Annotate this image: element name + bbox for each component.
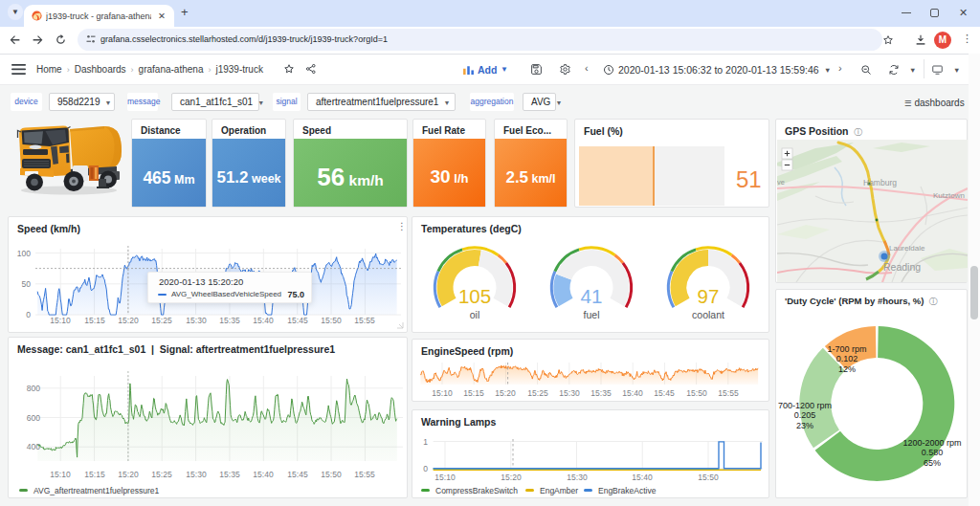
svg-text:15:10: 15:10 (50, 316, 71, 325)
svg-text:15:10: 15:10 (432, 388, 453, 398)
svg-text:fuel: fuel (584, 309, 600, 320)
svg-text:15:35: 15:35 (219, 470, 240, 479)
svg-text:15:55: 15:55 (354, 470, 375, 479)
svg-text:15:30: 15:30 (567, 473, 588, 482)
svg-text:15:25: 15:25 (151, 316, 172, 325)
svg-text:15:30: 15:30 (186, 316, 207, 325)
svg-text:15:20: 15:20 (118, 470, 139, 479)
svg-text:15:20: 15:20 (118, 316, 139, 325)
svg-text:15:25: 15:25 (527, 388, 548, 398)
svg-text:15:20: 15:20 (501, 473, 522, 482)
svg-text:15:55: 15:55 (354, 316, 375, 325)
svg-text:15:30: 15:30 (186, 470, 207, 479)
svg-text:15:15: 15:15 (84, 316, 105, 325)
svg-text:15:15: 15:15 (463, 388, 484, 398)
svg-text:15:35: 15:35 (590, 388, 612, 398)
svg-text:50: 50 (22, 279, 32, 289)
svg-text:15:10: 15:10 (434, 473, 456, 482)
svg-text:41: 41 (581, 285, 603, 307)
svg-text:0: 0 (423, 464, 428, 473)
svg-text:Hamburg: Hamburg (863, 178, 897, 187)
svg-text:15:40: 15:40 (253, 470, 274, 479)
svg-text:15:30: 15:30 (559, 388, 580, 398)
svg-text:15:40: 15:40 (622, 388, 643, 398)
svg-text:15:55: 15:55 (718, 388, 739, 398)
svg-text:Kutztown: Kutztown (933, 191, 965, 200)
svg-text:Reading: Reading (883, 261, 921, 273)
svg-text:ve: ve (777, 178, 785, 187)
svg-text:15:10: 15:10 (50, 470, 71, 479)
svg-text:0: 0 (26, 310, 31, 319)
svg-text:15:50: 15:50 (321, 470, 342, 479)
svg-text:15:35: 15:35 (219, 316, 240, 325)
svg-text:15:45: 15:45 (654, 388, 675, 398)
svg-text:97: 97 (698, 285, 720, 307)
svg-text:800: 800 (27, 384, 40, 393)
svg-text:Laureldale: Laureldale (889, 244, 925, 253)
svg-text:15:50: 15:50 (321, 316, 342, 325)
svg-text:15:45: 15:45 (287, 470, 308, 479)
svg-text:15:50: 15:50 (686, 388, 707, 398)
svg-text:15:20: 15:20 (495, 388, 516, 398)
svg-text:15:50: 15:50 (698, 473, 719, 482)
svg-text:15:15: 15:15 (84, 470, 105, 479)
svg-text:100: 100 (17, 249, 31, 258)
svg-text:15:25: 15:25 (151, 470, 172, 479)
svg-text:coolant: coolant (692, 309, 724, 320)
svg-text:15:40: 15:40 (253, 316, 274, 325)
svg-text:oil: oil (470, 309, 480, 320)
svg-text:15:40: 15:40 (632, 473, 653, 482)
svg-text:600: 600 (27, 413, 40, 423)
svg-text:15:45: 15:45 (287, 316, 308, 325)
svg-text:105: 105 (458, 285, 491, 307)
svg-text:1: 1 (423, 437, 428, 447)
